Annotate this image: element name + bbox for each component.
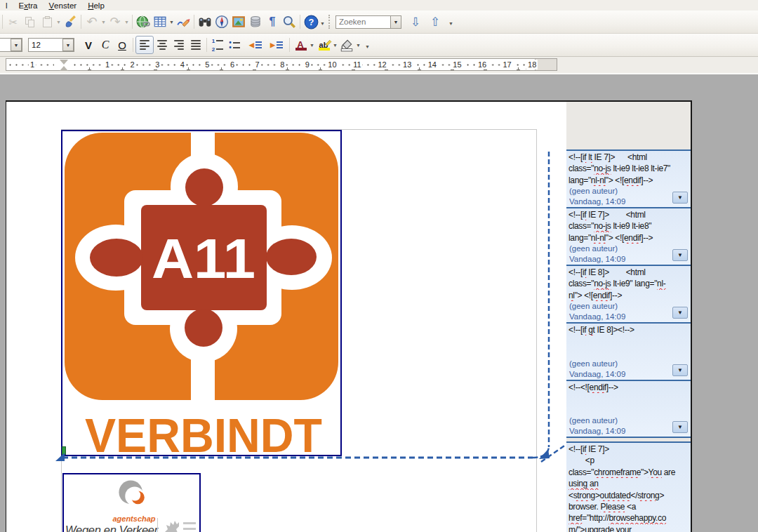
increase-indent-button[interactable]: ▶ (268, 36, 285, 53)
a11-logo: A11 VERBINDT (62, 131, 340, 455)
toolbar-separator (132, 15, 133, 29)
font-size-combo[interactable]: 12 ▼ (28, 38, 74, 52)
background-color-button[interactable] (338, 36, 355, 53)
toolbar-separator (300, 15, 300, 29)
comment-item-2[interactable]: <!--[if IE 7]> <htmlclass="no-js lt-ie9 … (566, 207, 691, 265)
comment-text-line: <!--[if IE 8]> <html (568, 267, 689, 278)
toolbar-separator (194, 15, 194, 29)
underline-button[interactable]: O (114, 36, 131, 53)
comment-text-line: <!--<![endif]--> (568, 382, 689, 393)
bold-icon: V (85, 40, 92, 51)
menu-item-extra[interactable]: Extra (13, 0, 44, 11)
pencil-draw-icon (176, 15, 190, 29)
italic-button[interactable]: C (97, 36, 114, 53)
bullet-list-button[interactable]: • • (226, 36, 243, 53)
menu-bar: lExtraVensterHelp (0, 0, 758, 11)
data-sources-button[interactable] (247, 13, 264, 30)
comment-item-1[interactable]: <!--[if lt IE 7]> <htmlclass="no-js lt-i… (566, 149, 691, 207)
comment-text-line: class="no-js lt-ie9 lt-ie8" (568, 220, 689, 232)
comment-menu-button[interactable]: ▼ (672, 249, 688, 261)
comment-item-3[interactable]: <!--[if IE 8]> <htmlclass="no-js lt-ie9"… (566, 265, 691, 322)
ruler-number: 17 (501, 60, 512, 69)
insert-table-button[interactable] (152, 13, 168, 30)
document-page[interactable]: <!--[if lt IE 7]> <htmlclass="no-js lt-i… (6, 100, 692, 532)
globe-hyperlink-icon (136, 15, 150, 29)
ruler-number: 16 (477, 60, 488, 69)
numbered-list-button[interactable]: 1 2 (209, 36, 226, 53)
comment-text-line: class="chromeframe">You are (568, 467, 689, 478)
redo-dropdown[interactable]: ▼ (124, 14, 130, 29)
font-size-value: 12 (29, 41, 62, 49)
a11-image-frame[interactable]: A11 VERBINDT (61, 130, 342, 456)
align-center-button[interactable] (154, 36, 171, 53)
align-left-button-active[interactable] (135, 36, 154, 54)
background-color-dropdown[interactable]: ▼ (355, 37, 361, 53)
align-right-button[interactable] (171, 36, 187, 53)
find-previous-icon: ⇧ (430, 16, 440, 28)
bold-button[interactable]: V (80, 36, 97, 53)
undo-button[interactable]: ↶ (84, 13, 100, 30)
font-size-dropdown[interactable]: ▼ (62, 39, 74, 51)
ruler-number: 12 (376, 60, 387, 69)
comment-text-line: <p (568, 455, 689, 466)
formatting-overflow-dropdown[interactable]: ▼ (364, 39, 371, 54)
indent-marker[interactable] (60, 60, 68, 71)
a11-badge-text: A11 (152, 227, 255, 290)
comment-timestamp: Vandaag, 14:09 (569, 370, 625, 378)
formatting-marks-button[interactable]: ¶ (264, 13, 281, 30)
find-previous-button[interactable]: ⇧ (427, 13, 444, 30)
justify-button[interactable] (187, 36, 204, 53)
comment-timestamp: Vandaag, 14:09 (569, 197, 625, 206)
toolbar-grip-handle[interactable] (328, 15, 333, 29)
comment-item-4[interactable]: <!--[if gt IE 8]><!-->(geen auteur)Vanda… (566, 322, 691, 380)
toolbar-separator (289, 38, 290, 52)
cut-button[interactable]: ✂ (5, 13, 22, 30)
copy-button[interactable] (22, 13, 39, 30)
awv-swirl-icon (113, 476, 152, 515)
awv-image-frame[interactable]: agentschap Wegen en Verkeer (62, 473, 201, 532)
gallery-button[interactable] (230, 13, 247, 30)
bullet-list-icon: • • (229, 41, 240, 49)
ruler-number: 6 (229, 60, 236, 69)
draw-functions-button[interactable] (175, 13, 192, 30)
ruler-number: 15 (451, 60, 463, 69)
menu-item-l[interactable]: l (0, 0, 13, 11)
search-input[interactable] (335, 15, 390, 29)
comment-menu-button[interactable]: ▼ (672, 192, 688, 204)
ruler-number: 18 (526, 60, 538, 69)
ruler-tab-stops-base (74, 69, 530, 70)
find-replace-button[interactable] (197, 13, 213, 30)
comment-text-line: m/">upgrade your (568, 524, 689, 532)
decrease-indent-button[interactable]: ◀ (247, 36, 264, 53)
undo-dropdown[interactable]: ▼ (100, 14, 107, 29)
menu-item-venster[interactable]: Venster (43, 0, 82, 11)
font-name-dropdown[interactable]: ▼ (11, 39, 22, 51)
navigator-button[interactable] (213, 13, 230, 30)
font-color-dropdown[interactable]: ▼ (309, 37, 315, 53)
highlight-button[interactable]: ab (315, 36, 332, 53)
hyperlink-button[interactable] (135, 13, 152, 30)
table-dropdown[interactable]: ▼ (168, 14, 175, 29)
clone-formatting-button[interactable] (62, 13, 79, 30)
comment-menu-button[interactable]: ▼ (672, 307, 688, 319)
menu-item-help[interactable]: Help (82, 0, 110, 11)
redo-button[interactable]: ↷ (107, 13, 124, 30)
font-color-icon: A (293, 38, 307, 52)
help-button[interactable]: ? (302, 13, 319, 30)
comment-menu-button[interactable]: ▼ (672, 421, 688, 433)
search-combo-dropdown[interactable]: ▼ (390, 15, 401, 29)
font-color-button[interactable]: A (292, 36, 309, 53)
font-name-combo[interactable]: ▼ (0, 38, 22, 52)
zoom-button[interactable] (281, 13, 298, 30)
comment-menu-button[interactable]: ▼ (672, 364, 688, 376)
toolbar-overflow-dropdown[interactable]: ▼ (319, 15, 326, 31)
paste-button[interactable] (39, 13, 55, 30)
highlight-dropdown[interactable]: ▼ (332, 37, 338, 53)
ruler[interactable]: 1123456789101112131415161718 (6, 58, 557, 71)
find-next-button[interactable]: ⇩ (407, 13, 424, 30)
comment-item-6[interactable]: <!--[if IE 7]> <pclass="chromeframe">You… (566, 441, 691, 532)
paste-dropdown[interactable]: ▼ (55, 14, 62, 29)
search-toolbar-overflow[interactable]: ▼ (448, 15, 454, 31)
comment-item-5[interactable]: <!--<![endif]-->(geen auteur)Vandaag, 14… (566, 380, 691, 438)
comment-anchor-icon (55, 453, 65, 461)
